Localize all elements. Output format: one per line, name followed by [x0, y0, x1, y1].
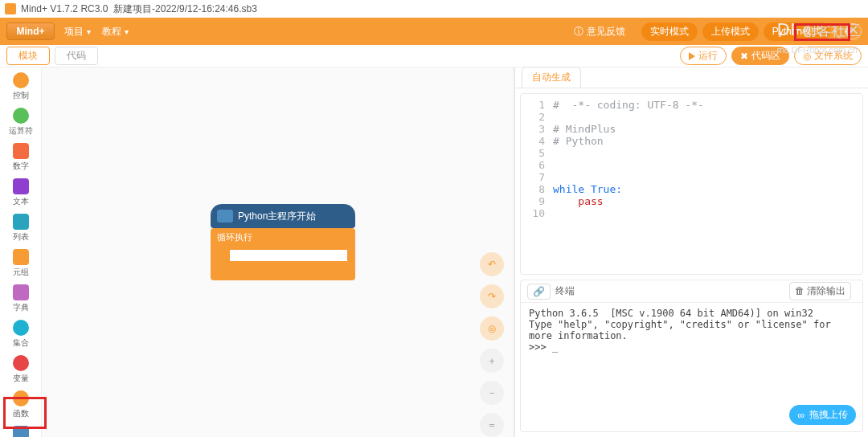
palette: 控制运算符数字文本列表元组字典集合变量函数Python — [0, 67, 42, 437]
palette-控制[interactable]: 控制 — [3, 71, 39, 103]
filesystem-button[interactable]: ◎ 文件系统 — [794, 47, 862, 65]
palette-运算符[interactable]: 运算符 — [3, 106, 39, 138]
undo-button[interactable]: ↶ — [480, 252, 504, 276]
line-number: 10 — [521, 207, 553, 219]
palette-label: 集合 — [13, 337, 29, 349]
palette-swatch — [13, 214, 29, 230]
cloud-icon: ∞ — [797, 410, 805, 421]
palette-swatch — [13, 108, 29, 124]
palette-列表[interactable]: 列表 — [3, 212, 39, 244]
palette-元组[interactable]: 元组 — [3, 247, 39, 280]
app-icon — [5, 3, 16, 14]
code-viewer: 1# -*- coding: UTF-8 -*-23# MindPlus4# P… — [520, 93, 863, 275]
drag-upload-button[interactable]: ∞ 拖拽上传 — [789, 405, 856, 425]
menu-tutorial[interactable]: 教程 — [102, 25, 129, 39]
palette-文本[interactable]: 文本 — [3, 177, 39, 209]
terminal-panel: 🔗 终端 🗑 清除输出 Python 3.6.5 [MSC v.1900 64 … — [520, 280, 863, 432]
palette-label: 数字 — [13, 161, 29, 172]
highlight-python-palette — [3, 397, 47, 429]
palette-label: 元组 — [13, 267, 29, 278]
line-text: # -*- coding: UTF-8 -*- — [553, 99, 704, 111]
palette-label: 字典 — [13, 302, 29, 313]
python-icon — [217, 210, 233, 223]
block-loop-slot[interactable] — [230, 247, 347, 268]
menu-project[interactable]: 项目 — [64, 25, 91, 39]
block-loop[interactable]: 循环执行 — [211, 228, 355, 280]
toolbar: 模块 代码 运行 ✖ 代码区 ◎ 文件系统 — [0, 45, 868, 67]
zoom-in-button[interactable]: ＋ — [480, 349, 504, 373]
main-area: 控制运算符数字文本列表元组字典集合变量函数Python Python主程序开始 … — [0, 67, 868, 437]
code-line: 9 pass — [521, 195, 862, 207]
file-name: 新建项目-2022/9/12-16:24:46.sb3 — [113, 2, 257, 16]
app-logo: Mind+ — [6, 22, 55, 40]
line-number: 5 — [521, 147, 553, 159]
tab-code[interactable]: 代码 — [55, 47, 98, 65]
line-number: 1 — [521, 99, 553, 111]
palette-label: 列表 — [13, 231, 29, 243]
code-line: 7 — [521, 171, 862, 183]
palette-swatch — [13, 72, 29, 88]
line-number: 9 — [521, 195, 553, 207]
play-icon — [689, 52, 695, 60]
code-line: 2 — [521, 111, 862, 123]
block-loop-label: 循环执行 — [211, 228, 355, 247]
code-line: 4# Python — [521, 135, 862, 147]
run-button[interactable]: 运行 — [680, 47, 727, 65]
line-number: 2 — [521, 111, 553, 123]
app-version: Mind+ V1.7.2 RC3.0 — [21, 3, 108, 14]
code-line: 6 — [521, 159, 862, 171]
palette-swatch — [13, 284, 29, 300]
palette-label: 文本 — [13, 196, 29, 207]
line-text: while True: — [553, 183, 622, 195]
block-python-start[interactable]: Python主程序开始 — [211, 204, 355, 228]
palette-swatch — [13, 178, 29, 194]
line-text: # MindPlus — [553, 123, 616, 135]
line-text: pass — [553, 195, 604, 207]
code-line: 3# MindPlus — [521, 123, 862, 135]
code-line: 1# -*- coding: UTF-8 -*- — [521, 99, 862, 111]
line-number: 3 — [521, 123, 553, 135]
palette-数字[interactable]: 数字 — [3, 141, 39, 174]
zoom-out-button[interactable]: － — [480, 381, 504, 405]
code-line: 5 — [521, 147, 862, 159]
line-text: # Python — [553, 135, 604, 147]
palette-swatch — [13, 320, 29, 336]
right-pane: 自动生成 1# -*- coding: UTF-8 -*-23# MindPlu… — [514, 67, 868, 437]
palette-label: 变量 — [13, 373, 29, 384]
palette-变量[interactable]: 变量 — [3, 353, 39, 386]
code-line: 8while True: — [521, 183, 862, 195]
clear-output-button[interactable]: 🗑 清除输出 — [789, 282, 851, 300]
palette-swatch — [13, 143, 29, 159]
line-number: 8 — [521, 183, 553, 195]
os-titlebar: Mind+ V1.7.2 RC3.0 新建项目-2022/9/12-16:24:… — [0, 0, 868, 18]
center-button[interactable]: ◎ — [480, 317, 504, 341]
tab-blocks[interactable]: 模块 — [6, 47, 50, 65]
code-line: 10 — [521, 207, 862, 219]
canvas-tools: ↶ ↷ ◎ ＋ － ＝ — [480, 252, 504, 437]
mode-upload[interactable]: 上传模式 — [702, 22, 759, 41]
code-tabs: 自动生成 — [515, 67, 868, 88]
line-number: 4 — [521, 135, 553, 147]
palette-label: 控制 — [13, 90, 29, 101]
feedback-link[interactable]: ⓘ 意见反馈 — [574, 25, 625, 39]
highlight-python-mode — [794, 23, 850, 41]
code-area-button[interactable]: ✖ 代码区 — [731, 47, 789, 65]
block-canvas[interactable]: Python主程序开始 循环执行 ↶ ↷ ◎ ＋ － ＝ — [42, 67, 514, 437]
palette-label: 运算符 — [9, 125, 33, 137]
palette-集合[interactable]: 集合 — [3, 318, 39, 350]
mode-realtime[interactable]: 实时模式 — [641, 22, 698, 41]
tab-autogen[interactable]: 自动生成 — [522, 67, 581, 88]
menubar: Mind+ 项目 教程 ⓘ 意见反馈 实时模式 上传模式 Python模式 ⚙ — [0, 18, 868, 45]
terminal-title: 终端 — [555, 284, 575, 298]
palette-swatch — [13, 355, 29, 371]
block-hat-label: Python主程序开始 — [238, 210, 316, 223]
link-icon: 🔗 — [527, 284, 551, 300]
line-number: 7 — [521, 171, 553, 183]
line-number: 6 — [521, 159, 553, 171]
palette-字典[interactable]: 字典 — [3, 283, 39, 315]
zoom-fit-button[interactable]: ＝ — [480, 413, 504, 437]
redo-button[interactable]: ↷ — [480, 284, 504, 308]
palette-swatch — [13, 249, 29, 265]
